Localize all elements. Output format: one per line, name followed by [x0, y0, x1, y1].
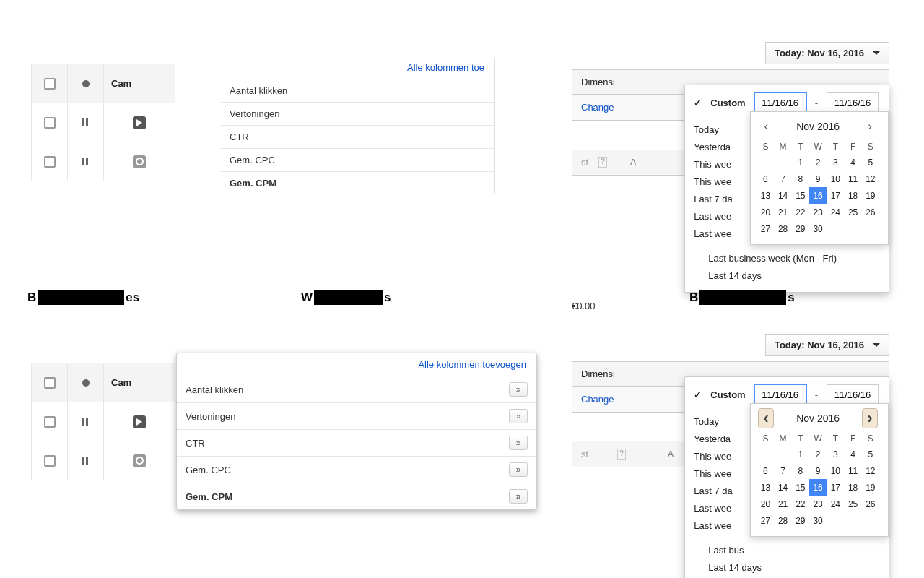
- calendar-day[interactable]: 27: [757, 512, 774, 529]
- calendar-day[interactable]: 12: [862, 462, 879, 479]
- calendar-day[interactable]: 19: [862, 187, 879, 204]
- calendar-day[interactable]: 22: [792, 204, 809, 220]
- calendar-day[interactable]: 11: [844, 171, 861, 187]
- calendar-day[interactable]: 13: [757, 479, 774, 496]
- preset-option[interactable]: Yesterda: [694, 139, 746, 156]
- table-row[interactable]: [32, 142, 175, 181]
- calendar-day[interactable]: 5: [862, 446, 879, 462]
- calendar-day[interactable]: 18: [844, 479, 861, 496]
- column-option[interactable]: Vertoningen: [221, 103, 494, 126]
- preset-option[interactable]: This wee: [694, 173, 746, 191]
- add-column-button[interactable]: »: [509, 382, 528, 397]
- calendar-day[interactable]: 3: [827, 154, 844, 171]
- calendar-day[interactable]: 4: [844, 446, 861, 462]
- date-from-input[interactable]: [754, 92, 806, 113]
- calendar-day[interactable]: 14: [775, 479, 792, 496]
- preset-option[interactable]: Last wee: [694, 208, 746, 225]
- next-month-arrow[interactable]: ›: [862, 116, 878, 137]
- calendar-day[interactable]: 26: [862, 204, 879, 220]
- column-option[interactable]: CTR»: [177, 430, 536, 457]
- checkbox-icon[interactable]: [44, 377, 56, 389]
- column-option[interactable]: Aantal klikken»: [177, 376, 536, 403]
- calendar-day[interactable]: 16: [809, 187, 827, 204]
- calendar-day[interactable]: 15: [792, 479, 809, 496]
- calendar-day[interactable]: 29: [792, 512, 809, 529]
- calendar-day[interactable]: 2: [809, 446, 827, 462]
- calendar-day[interactable]: 1: [792, 446, 809, 462]
- preset-option[interactable]: Today: [694, 413, 746, 431]
- date-range-button[interactable]: Today: Nov 16, 2016: [765, 334, 889, 356]
- table-row[interactable]: [32, 402, 175, 441]
- calendar-day[interactable]: 10: [827, 171, 844, 187]
- calendar-day[interactable]: 30: [809, 512, 827, 529]
- change-link[interactable]: Change: [581, 102, 614, 113]
- column-option[interactable]: Gem. CPC: [221, 149, 494, 172]
- preset-option[interactable]: Last 14 days: [708, 267, 879, 285]
- calendar-day[interactable]: 17: [827, 479, 844, 496]
- calendar-day[interactable]: 17: [827, 187, 844, 204]
- calendar-day[interactable]: 16: [809, 479, 827, 496]
- checkbox-icon[interactable]: [44, 416, 56, 428]
- calendar-day[interactable]: 9: [809, 171, 827, 187]
- calendar-day[interactable]: 21: [775, 496, 792, 512]
- calendar-day[interactable]: 28: [775, 220, 792, 237]
- column-option[interactable]: Vertoningen»: [177, 403, 536, 430]
- date-from-input[interactable]: [754, 384, 806, 405]
- preset-option[interactable]: This wee: [694, 465, 746, 483]
- preset-option[interactable]: Last business week (Mon - Fri): [708, 250, 879, 267]
- column-option[interactable]: Gem. CPM»: [177, 483, 536, 509]
- calendar-day[interactable]: 23: [809, 496, 827, 512]
- calendar-day[interactable]: 7: [775, 171, 792, 187]
- calendar-day[interactable]: 13: [757, 187, 774, 204]
- calendar-day[interactable]: 29: [792, 220, 809, 237]
- date-range-button[interactable]: Today: Nov 16, 2016: [765, 42, 889, 64]
- calendar-day[interactable]: 8: [792, 171, 809, 187]
- add-column-button[interactable]: »: [509, 462, 528, 477]
- calendar-day[interactable]: 2: [809, 154, 827, 171]
- table-row[interactable]: [32, 103, 175, 142]
- preset-option[interactable]: Last 7 da: [694, 191, 746, 208]
- add-column-button[interactable]: »: [509, 489, 528, 504]
- calendar-day[interactable]: 20: [757, 496, 774, 512]
- preset-option[interactable]: Last bus: [708, 542, 879, 559]
- calendar-day[interactable]: 14: [775, 187, 792, 204]
- checkbox-icon[interactable]: [44, 78, 56, 90]
- preset-option[interactable]: Last wee: [694, 517, 746, 535]
- calendar-day[interactable]: 25: [844, 204, 861, 220]
- column-option[interactable]: CTR: [221, 126, 494, 149]
- camera-icon[interactable]: [133, 454, 146, 467]
- calendar-day[interactable]: 5: [862, 154, 879, 171]
- preset-option[interactable]: Last wee: [694, 500, 746, 517]
- preset-option[interactable]: This wee: [694, 448, 746, 465]
- next-month-arrow[interactable]: ›: [862, 408, 878, 428]
- checkbox-icon[interactable]: [44, 156, 56, 168]
- column-option[interactable]: Aantal klikken: [221, 79, 494, 103]
- calendar-day[interactable]: 8: [792, 462, 809, 479]
- play-icon[interactable]: [133, 116, 146, 129]
- calendar-day[interactable]: 11: [844, 462, 861, 479]
- calendar-day[interactable]: 4: [844, 154, 861, 171]
- calendar-day[interactable]: 9: [809, 462, 827, 479]
- calendar-day[interactable]: 26: [862, 496, 879, 512]
- column-option[interactable]: Gem. CPM: [221, 172, 494, 194]
- calendar-day[interactable]: 6: [757, 462, 774, 479]
- calendar-day[interactable]: 25: [844, 496, 861, 512]
- add-column-button[interactable]: »: [509, 436, 528, 450]
- calendar-day[interactable]: 21: [775, 204, 792, 220]
- checkbox-icon[interactable]: [44, 117, 56, 129]
- preset-option[interactable]: Last wee: [694, 225, 746, 243]
- calendar-day[interactable]: 12: [862, 171, 879, 187]
- calendar-day[interactable]: 18: [844, 187, 861, 204]
- preset-option[interactable]: This wee: [694, 156, 746, 173]
- col-header-cam[interactable]: Cam: [104, 64, 175, 103]
- calendar-day[interactable]: 30: [809, 220, 827, 237]
- calendar-day[interactable]: 19: [862, 479, 879, 496]
- calendar-day[interactable]: 24: [827, 204, 844, 220]
- calendar-day[interactable]: 6: [757, 171, 774, 187]
- calendar-day[interactable]: 20: [757, 204, 774, 220]
- prev-month-arrow[interactable]: ‹: [758, 116, 774, 137]
- calendar-day[interactable]: 22: [792, 496, 809, 512]
- preset-option[interactable]: Last 14 days: [708, 559, 879, 577]
- add-column-button[interactable]: »: [509, 409, 528, 423]
- preset-option[interactable]: Today: [694, 121, 746, 139]
